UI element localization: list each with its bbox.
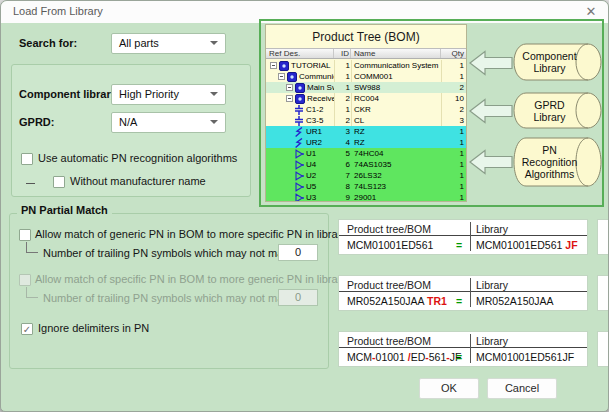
tree-row-id: 7 (334, 170, 351, 181)
tree-row-id: 6 (334, 159, 351, 170)
gprd-library-cylinder-label: GPRD Library (517, 92, 582, 129)
assembly-icon (287, 72, 298, 82)
generic-pn-checkbox[interactable] (19, 229, 31, 241)
example-header-bom: Product tree/BOM (347, 223, 431, 235)
tree-row[interactable]: U1574HC041 (266, 148, 466, 159)
example-values: MR052A150JAA TR1 = MR052A150JAA (339, 293, 587, 310)
tree-row-qty: 1 (441, 148, 466, 159)
tree-row-name: Communication System (351, 60, 441, 71)
tree-row-id: 1 (334, 82, 351, 93)
arrow-left-icon (469, 98, 513, 124)
tree-row-name: COMM001 (351, 71, 441, 82)
tree-row-refdes: Communic (299, 71, 334, 82)
tree-row-qty: 1 (441, 60, 466, 71)
tree-row-refdes: Receiver (307, 93, 334, 104)
example-header-bom: Product tree/BOM (347, 279, 431, 291)
pn-recognition-cylinder: PN Recognition Algorithms (513, 137, 602, 187)
column-header-refdes[interactable]: Ref Des. (266, 49, 334, 58)
ignore-delimiters-checkbox[interactable]: ✓ (21, 323, 33, 335)
tree-row-refdes: UR1 (306, 126, 322, 137)
tree-row[interactable]: U2726LS321 (266, 170, 466, 181)
expander-collapse-icon[interactable] (278, 73, 285, 80)
expander-collapse-icon[interactable] (286, 95, 293, 102)
search-for-dropdown[interactable]: All parts (111, 33, 226, 54)
tree-row[interactable]: U4674AS10351 (266, 159, 466, 170)
column-header-name[interactable]: Name (351, 49, 441, 58)
arrow-left-icon (469, 50, 513, 76)
component-library-cylinder-label: Component Library (517, 43, 582, 81)
expander-collapse-icon[interactable] (270, 62, 277, 69)
specific-pn-checkbox[interactable] (19, 274, 31, 286)
gprd-value: N/A (119, 116, 137, 128)
tree-row-refdes: U4 (306, 159, 316, 170)
product-tree-title: Product Tree (BOM) (266, 30, 466, 44)
connector-elbow (26, 287, 38, 298)
tree-row-name: 74LS123 (351, 181, 441, 192)
ok-button[interactable]: OK (419, 378, 479, 399)
gate-icon (294, 149, 305, 159)
clipped-box-edge (597, 331, 609, 367)
tree-row-refdes: UR2 (306, 137, 322, 148)
tree-row-id: 1 (334, 60, 351, 71)
pn-recognition-cylinder-label: PN Recognition Algorithms (517, 137, 582, 187)
example-values: MCM01001ED561 = MCM01001ED561 JF (339, 237, 587, 254)
column-divider (470, 278, 471, 307)
tree-row[interactable]: C1-21CKR2 (266, 104, 466, 115)
tree-row-name: 74HC04 (351, 148, 441, 159)
component-library-cylinder: Component Library (513, 43, 602, 81)
tree-row-id: 3 (334, 126, 351, 137)
component-library-value: High Priority (119, 88, 179, 100)
gate-icon (294, 171, 305, 181)
gprd-library-cylinder: GPRD Library (513, 92, 602, 129)
tree-row-name: RZ (351, 126, 441, 137)
tree-row[interactable]: C3-52CL3 (266, 115, 466, 126)
tree-row-name: RC004 (351, 93, 441, 104)
expander-collapse-icon[interactable] (286, 84, 293, 91)
without-mfr-checkbox[interactable] (53, 176, 65, 188)
tree-row[interactable]: UR13RZ1 (266, 126, 466, 137)
tree-row-id: 1 (334, 104, 351, 115)
trailing-symbols-input-2[interactable]: 0 (278, 289, 318, 306)
equals-sign: = (451, 351, 467, 363)
tree-row[interactable]: Main Switch1SW9882 (266, 82, 466, 93)
pn-example-generic: Product tree/BOM Library MCM01001ED561 =… (338, 219, 588, 255)
auto-pn-checkbox[interactable] (21, 153, 33, 165)
clipped-box-edge (597, 275, 609, 311)
tree-rows: TUTORIAL1Communication System1Communic1C… (266, 60, 466, 201)
tree-row-qty: 1 (441, 181, 466, 192)
column-header-id[interactable]: ID (334, 49, 351, 58)
specific-pn-label: Allow match of specific PN in BOM to mor… (35, 273, 347, 285)
tree-row[interactable]: Receiver2RC00410 (266, 93, 466, 104)
tree-row-id: 1 (334, 71, 351, 82)
column-header-qty[interactable]: Qty (441, 49, 466, 58)
tree-row[interactable]: UR24RZ1 (266, 137, 466, 148)
tree-row-id: 5 (334, 148, 351, 159)
example-header: Product tree/BOM Library (339, 276, 587, 292)
tree-row-qty: 1 (441, 159, 466, 170)
capacitor-icon (294, 116, 305, 126)
arrow-left-icon (469, 149, 513, 175)
tree-row-id: 2 (334, 115, 351, 126)
column-divider (470, 222, 471, 251)
tree-row-qty: 10 (441, 93, 466, 104)
tree-row-name: RZ (351, 137, 441, 148)
tree-row[interactable]: U5874LS1231 (266, 181, 466, 192)
assembly-icon (295, 94, 306, 104)
search-for-label: Search for: (19, 37, 77, 49)
component-library-dropdown[interactable]: High Priority (111, 84, 226, 105)
tree-row-refdes: TUTORIAL (291, 60, 330, 71)
trailing-symbols-label-1: Number of trailing PN symbols which may … (43, 247, 301, 259)
tree-row-refdes: Main Switch (307, 82, 334, 93)
tree-row[interactable]: U39290011 (266, 192, 466, 202)
gate-icon (294, 193, 305, 203)
tree-row-id: 2 (334, 93, 351, 104)
trailing-symbols-input-1[interactable]: 0 (278, 244, 318, 261)
equals-sign: = (451, 295, 467, 307)
cancel-button[interactable]: Cancel (487, 378, 557, 399)
gprd-dropdown[interactable]: N/A (111, 112, 226, 133)
tree-row[interactable]: Communic1COMM0011 (266, 71, 466, 82)
tree-row[interactable]: TUTORIAL1Communication System1 (266, 60, 466, 71)
tree-row-refdes: U3 (306, 192, 316, 202)
tree-row-name: SW988 (351, 82, 441, 93)
tree-row-name: CKR (351, 104, 441, 115)
